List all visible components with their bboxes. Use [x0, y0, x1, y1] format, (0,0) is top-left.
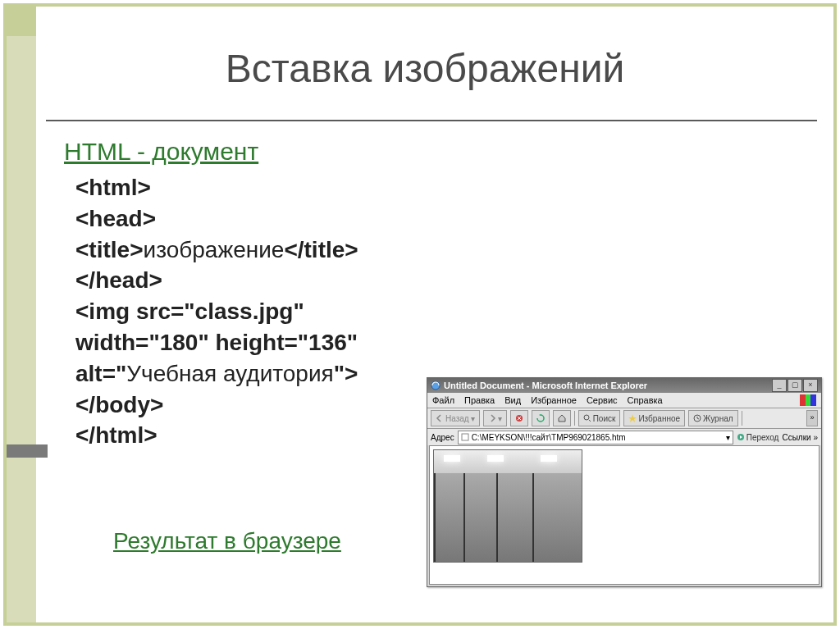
- home-button[interactable]: [553, 410, 571, 426]
- go-button[interactable]: Переход: [737, 433, 779, 442]
- left-accent: [7, 7, 36, 622]
- go-icon: [737, 433, 745, 441]
- forward-button[interactable]: ▾: [483, 410, 507, 426]
- separator: [742, 411, 742, 426]
- refresh-button[interactable]: [532, 410, 550, 426]
- address-label: Адрес: [431, 433, 454, 442]
- titlebar: Untitled Document - Microsoft Internet E…: [427, 378, 821, 393]
- slide: Вставка изображений HTML - документ <htm…: [3, 3, 837, 626]
- svg-rect-4: [462, 434, 468, 440]
- inserted-image: [433, 449, 582, 563]
- browser-window: Untitled Document - Microsoft Internet E…: [427, 377, 822, 587]
- menubar: Файл Правка Вид Избранное Сервис Справка: [427, 393, 821, 408]
- menu-tools[interactable]: Сервис: [587, 395, 618, 405]
- stop-button[interactable]: [510, 410, 528, 426]
- separator: [574, 411, 575, 426]
- minimize-button[interactable]: _: [772, 379, 787, 392]
- code-line: <head>: [75, 203, 358, 235]
- code-line: <title>изображение</title>: [75, 235, 358, 266]
- address-bar: Адрес C:\MEYKSON\!!!сайт\TMP969021865.ht…: [427, 428, 821, 445]
- arrow-left-icon: [436, 414, 444, 422]
- toolbar-overflow[interactable]: »: [806, 410, 818, 426]
- menu-view[interactable]: Вид: [504, 395, 521, 405]
- code-listing: <html> <head> <title>изображение</title>…: [75, 172, 358, 451]
- menu-edit[interactable]: Правка: [464, 395, 495, 405]
- history-button[interactable]: Журнал: [688, 410, 738, 426]
- menu-file[interactable]: Файл: [432, 395, 454, 405]
- address-field[interactable]: C:\MEYKSON\!!!сайт\TMP969021865.htm ▾: [458, 431, 733, 444]
- history-icon: [693, 414, 701, 422]
- result-link[interactable]: Результат в браузере: [113, 528, 341, 554]
- code-line: </html>: [75, 420, 358, 451]
- browser-content: [429, 445, 819, 585]
- back-button[interactable]: Назад ▾: [431, 410, 480, 426]
- menu-help[interactable]: Справка: [628, 395, 663, 405]
- star-icon: [628, 414, 637, 422]
- code-line: alt="Учебная аудитория">: [75, 358, 358, 390]
- code-line: <html>: [75, 172, 358, 203]
- search-icon: [583, 414, 591, 422]
- divider: [46, 120, 817, 121]
- maximize-button[interactable]: ▢: [788, 379, 802, 392]
- menu-favorites[interactable]: Избранное: [531, 395, 577, 405]
- html-doc-link[interactable]: HTML - документ: [64, 138, 258, 166]
- svg-point-2: [584, 415, 589, 420]
- code-line: </head>: [75, 265, 358, 296]
- side-accent: [7, 444, 48, 458]
- arrow-right-icon: [488, 414, 496, 422]
- home-icon: [558, 414, 566, 422]
- toolbar: Назад ▾ ▾ Поиск Избранн: [427, 408, 821, 428]
- refresh-icon: [536, 414, 545, 422]
- code-line: </body>: [75, 390, 358, 421]
- page-title: Вставка изображений: [56, 46, 794, 91]
- window-title: Untitled Document - Microsoft Internet E…: [444, 381, 772, 390]
- ie-throbber-icon: [800, 394, 816, 406]
- close-button[interactable]: ×: [803, 379, 818, 392]
- chevron-down-icon[interactable]: ▾: [726, 433, 730, 442]
- code-line: <img src="class.jpg": [75, 296, 358, 327]
- stop-icon: [515, 414, 523, 422]
- file-icon: [461, 433, 469, 441]
- search-button[interactable]: Поиск: [578, 410, 621, 426]
- code-line: width="180" height="136": [75, 327, 358, 358]
- favorites-button[interactable]: Избранное: [623, 410, 685, 426]
- ie-icon: [431, 381, 441, 390]
- corner-accent: [7, 7, 36, 36]
- links-label[interactable]: Ссылки »: [782, 433, 818, 442]
